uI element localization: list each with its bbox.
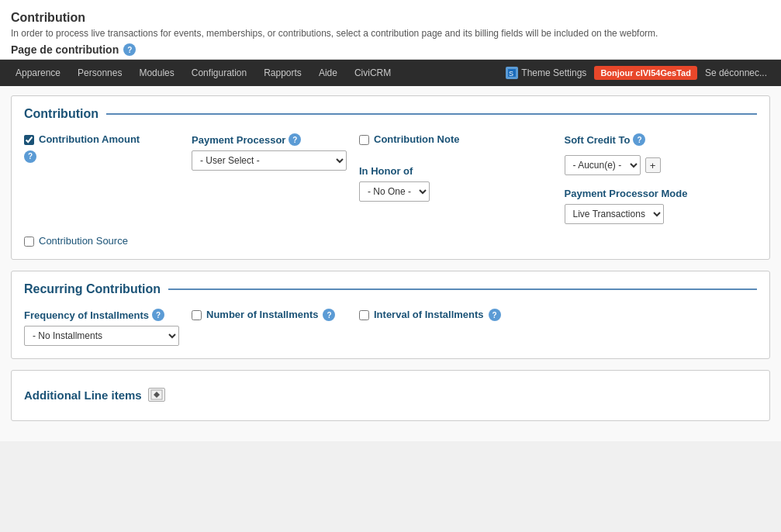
contribution-note-label: Contribution Note [359, 133, 552, 145]
nav-rapports[interactable]: Rapports [256, 63, 309, 83]
pp-mode-text: Payment Processor Mode [565, 188, 688, 199]
svg-marker-4 [154, 395, 160, 398]
contribution-amount-text: Contribution Amount [39, 133, 140, 145]
pp-mode-label: Payment Processor Mode [565, 188, 758, 199]
bonjour-badge[interactable]: Bonjour cIVI54GesTad [594, 66, 697, 80]
contribution-amount-label: Contribution Amount [24, 133, 179, 145]
contribution-title-line [106, 113, 757, 115]
user-select-dropdown[interactable]: - User Select - [192, 150, 347, 171]
se-deconnecter[interactable]: Se déconnec... [699, 64, 773, 81]
contribution-source-row: Contribution Source [24, 235, 757, 247]
number-installments-group: Number of Installments ? [192, 309, 347, 321]
svg-marker-3 [154, 392, 160, 395]
main-content: Contribution Contribution Amount ? Payme… [0, 86, 781, 441]
interval-installments-help-icon[interactable]: ? [489, 309, 501, 321]
note-honor-group: Contribution Note In Honor of - No One - [359, 133, 552, 202]
in-honor-group: In Honor of - No One - [359, 165, 552, 202]
interval-installments-group: Interval of Installments ? [359, 309, 514, 321]
contribution-grid: Contribution Amount ? Payment Processor … [24, 133, 757, 224]
contribution-section-title-row: Contribution [24, 107, 757, 121]
pp-mode-dropdown[interactable]: Live Transactions [565, 204, 664, 224]
payment-processor-label: Payment Processor ? [192, 133, 347, 146]
recurring-section-title-row: Recurring Contribution [24, 282, 757, 296]
page-contribution-label: Page de contribution ? [11, 43, 770, 56]
soft-credit-row: - Aucun(e) - + [565, 155, 758, 175]
soft-credit-add-button[interactable]: + [645, 157, 661, 173]
contribution-section-card: Contribution Contribution Amount ? Payme… [11, 95, 770, 260]
nav-aide[interactable]: Aide [311, 63, 345, 83]
interval-installments-label: Interval of Installments ? [359, 309, 514, 321]
soft-credit-help-icon[interactable]: ? [633, 133, 645, 146]
top-info-bar: Contribution In order to process live tr… [0, 0, 781, 60]
number-installments-text: Number of Installments [206, 309, 318, 320]
soft-credit-ppmode-group: Soft Credit To ? - Aucun(e) - + Payment … [565, 133, 758, 224]
pp-mode-group: Payment Processor Mode Live Transactions [565, 188, 758, 224]
additional-expand-button[interactable] [148, 388, 165, 402]
info-text: In order to process live transactions fo… [11, 28, 770, 39]
contribution-note-text: Contribution Note [374, 133, 459, 145]
payment-processor-text: Payment Processor [192, 134, 285, 146]
frequency-group: Frequency of Installments ? - No Install… [24, 309, 179, 346]
in-honor-label: In Honor of [359, 165, 552, 177]
frequency-text: Frequency of Installments [24, 309, 149, 321]
nav-personnes[interactable]: Personnes [70, 63, 130, 83]
recurring-section-card: Recurring Contribution Frequency of Inst… [11, 271, 770, 359]
nav-apparence[interactable]: Apparence [8, 63, 68, 83]
nav-civicrm[interactable]: CiviCRM [347, 63, 399, 83]
additional-title-text: Additional Line items [24, 389, 142, 402]
number-installments-help-icon[interactable]: ? [323, 309, 335, 321]
recurring-title-line [168, 288, 757, 290]
payment-processor-group: Payment Processor ? - User Select - [192, 133, 347, 171]
top-contribution-title: Contribution [11, 6, 96, 26]
contribution-amount-checkbox[interactable] [24, 135, 34, 145]
page-contrib-text: Page de contribution [11, 43, 119, 56]
theme-icon: S [506, 67, 518, 79]
number-installments-checkbox[interactable] [192, 310, 202, 320]
interval-installments-text: Interval of Installments [374, 309, 484, 320]
frequency-dropdown[interactable]: - No Installments [24, 326, 179, 346]
contribution-source-label: Contribution Source [39, 235, 128, 247]
in-honor-text: In Honor of [359, 165, 413, 177]
interval-installments-checkbox[interactable] [359, 310, 369, 320]
in-honor-dropdown[interactable]: - No One - [359, 181, 430, 202]
number-installments-label: Number of Installments ? [192, 309, 347, 321]
nav-modules[interactable]: Modules [131, 63, 181, 83]
top-title-text: Contribution [11, 11, 85, 25]
nav-configuration[interactable]: Configuration [184, 63, 254, 83]
contribution-note-checkbox[interactable] [359, 135, 369, 145]
frequency-help-icon[interactable]: ? [152, 309, 164, 321]
soft-credit-dropdown[interactable]: - Aucun(e) - [565, 155, 641, 175]
payment-processor-help-icon[interactable]: ? [289, 133, 301, 146]
contribution-section-title: Contribution [24, 107, 106, 121]
recurring-section-title: Recurring Contribution [24, 282, 168, 296]
svg-text:S: S [509, 70, 513, 77]
frequency-label: Frequency of Installments ? [24, 309, 179, 321]
additional-line-items-card: Additional Line items [11, 370, 770, 421]
additional-header: Additional Line items [24, 382, 757, 408]
recurring-grid: Frequency of Installments ? - No Install… [24, 309, 757, 346]
navbar: Apparence Personnes Modules Configuratio… [0, 60, 781, 86]
theme-settings-label: Theme Settings [521, 67, 586, 78]
contribution-amount-group: Contribution Amount ? [24, 133, 179, 163]
soft-credit-text: Soft Credit To [565, 134, 631, 146]
theme-settings[interactable]: S Theme Settings [499, 64, 593, 82]
soft-credit-label: Soft Credit To ? [565, 133, 758, 146]
contribution-source-checkbox[interactable] [24, 237, 34, 247]
page-contrib-help-icon[interactable]: ? [123, 43, 136, 56]
contribution-amount-help-icon[interactable]: ? [24, 150, 36, 163]
